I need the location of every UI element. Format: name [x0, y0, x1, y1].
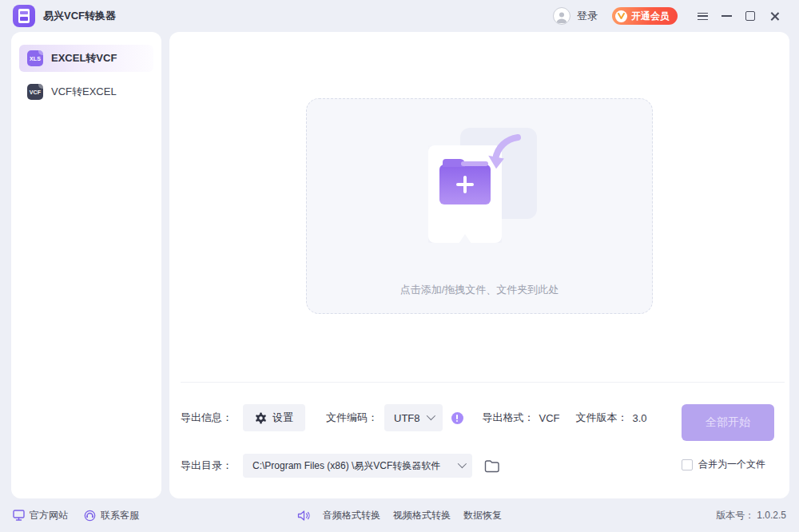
vip-crown-icon [615, 10, 627, 22]
sidebar-item-label: VCF转EXCEL [51, 85, 117, 99]
close-icon[interactable] [762, 5, 786, 27]
file-version: 文件版本： 3.0 [576, 411, 647, 425]
vcf-file-icon: VCF [27, 84, 43, 100]
avatar-icon[interactable] [553, 7, 570, 25]
encoding-value: UTF8 [394, 412, 420, 424]
output-dir-row: 导出目录： C:\Program Files (x86) \易兴VCF转换器软件 [181, 454, 499, 478]
official-site-label: 官方网站 [30, 509, 68, 522]
chevron-down-icon [426, 411, 435, 419]
main-panel: 点击添加/拖拽文件、文件夹到此处 导出信息： 设置 文件编码： [169, 32, 789, 498]
file-version-label: 文件版本： [576, 411, 628, 425]
divider [181, 382, 785, 383]
export-settings-row: 导出信息： 设置 文件编码： UTF8 [181, 404, 647, 431]
output-dir-label: 导出目录： [181, 459, 233, 473]
encoding-label: 文件编码： [326, 411, 378, 425]
merge-option: 合并为一个文件 [682, 458, 774, 471]
file-version-value: 3.0 [633, 412, 647, 424]
format-label: 导出格式： [483, 411, 535, 425]
sidebar-item-excel-to-vcf[interactable]: XLS EXCEL转VCF [19, 45, 153, 72]
maximize-icon[interactable] [738, 5, 762, 27]
encoding-info-icon[interactable] [451, 412, 463, 424]
merge-checkbox-label: 合并为一个文件 [698, 458, 765, 471]
footer-left: 官方网站 联系客服 [13, 498, 139, 532]
open-vip-button[interactable]: 开通会员 [612, 7, 678, 25]
contact-support-link[interactable]: 联系客服 [84, 509, 139, 522]
window-controls [690, 5, 786, 27]
login-button[interactable]: 登录 [577, 9, 598, 23]
monitor-icon [13, 510, 25, 521]
menu-icon[interactable] [690, 5, 714, 27]
open-folder-icon[interactable] [484, 459, 499, 473]
chevron-down-icon [458, 459, 467, 467]
data-recovery-link[interactable]: 数据恢复 [463, 509, 502, 522]
sidebar-item-vcf-to-excel[interactable]: VCF VCF转EXCEL [19, 78, 153, 105]
output-dir-value: C:\Program Files (x86) \易兴VCF转换器软件 [252, 459, 458, 473]
output-dir-select[interactable]: C:\Program Files (x86) \易兴VCF转换器软件 [243, 454, 472, 478]
xls-file-icon: XLS [27, 50, 43, 66]
speaker-icon [297, 510, 310, 522]
start-all-button[interactable]: 全部开始 [682, 404, 774, 441]
dropzone-hint: 点击添加/拖拽文件、文件夹到此处 [400, 283, 559, 297]
person-icon [555, 10, 569, 24]
version-info: 版本号： 1.0.2.5 [716, 498, 786, 532]
add-folder-illustration [415, 128, 543, 254]
sidebar-item-label: EXCEL转VCF [51, 51, 117, 66]
export-format: 导出格式： VCF [483, 411, 560, 425]
headset-icon [84, 510, 96, 522]
file-dropzone[interactable]: 点击添加/拖拽文件、文件夹到此处 [306, 98, 653, 314]
plus-icon [456, 176, 474, 193]
version-label: 版本号： [716, 509, 754, 522]
audio-convert-link[interactable]: 音频格式转换 [323, 509, 380, 522]
export-info-label: 导出信息： [181, 411, 233, 425]
settings-button[interactable]: 设置 [243, 404, 305, 431]
curved-arrow-icon [483, 133, 524, 173]
gear-icon [255, 412, 267, 424]
vip-label: 开通会员 [631, 10, 670, 23]
merge-checkbox[interactable] [682, 459, 693, 470]
encoding-select[interactable]: UTF8 [384, 404, 443, 431]
video-convert-link[interactable]: 视频格式转换 [393, 509, 451, 522]
sidebar: XLS EXCEL转VCF VCF VCF转EXCEL [11, 32, 161, 498]
footer-center: 音频格式转换 视频格式转换 数据恢复 [297, 498, 502, 532]
format-value: VCF [539, 412, 560, 424]
titlebar-actions: 登录 开通会员 [553, 5, 786, 27]
minimize-icon[interactable] [714, 5, 738, 27]
contact-support-label: 联系客服 [101, 509, 139, 522]
title-bar: 易兴VCF转换器 登录 开通会员 [0, 0, 799, 32]
footer: 官方网站 联系客服 音频格式转换 视频格式转换 数据恢复 版本号： [0, 498, 799, 532]
official-site-link[interactable]: 官方网站 [13, 509, 68, 522]
app-title: 易兴VCF转换器 [43, 9, 116, 23]
settings-button-label: 设置 [272, 411, 293, 425]
app-logo-icon [13, 5, 35, 27]
version-value: 1.0.2.5 [757, 510, 786, 521]
